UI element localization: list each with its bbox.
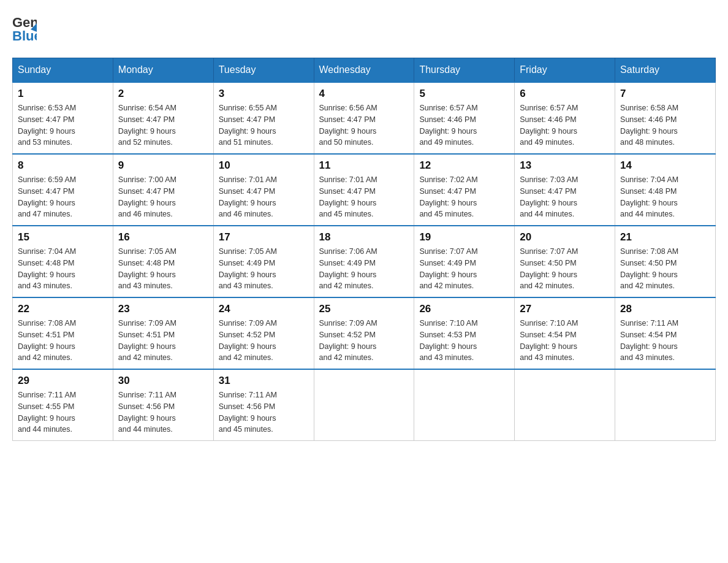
- page-header: General Blue: [12, 12, 716, 45]
- day-cell: 25 Sunrise: 7:09 AM Sunset: 4:52 PM Dayl…: [314, 297, 414, 369]
- day-number: 1: [18, 88, 108, 100]
- day-info: Sunrise: 7:11 AM Sunset: 4:54 PM Dayligh…: [620, 318, 710, 364]
- col-wednesday: Wednesday: [314, 58, 414, 83]
- day-cell: 24 Sunrise: 7:09 AM Sunset: 4:52 PM Dayl…: [213, 297, 314, 369]
- day-cell: 18 Sunrise: 7:06 AM Sunset: 4:49 PM Dayl…: [314, 226, 414, 297]
- day-info: Sunrise: 6:57 AM Sunset: 4:46 PM Dayligh…: [419, 102, 509, 148]
- day-number: 21: [620, 231, 710, 243]
- day-cell: 7 Sunrise: 6:58 AM Sunset: 4:46 PM Dayli…: [615, 82, 716, 154]
- day-number: 14: [620, 159, 710, 172]
- col-friday: Friday: [515, 58, 615, 83]
- day-cell: [414, 369, 515, 441]
- calendar-body: 1 Sunrise: 6:53 AM Sunset: 4:47 PM Dayli…: [13, 82, 716, 441]
- day-info: Sunrise: 6:57 AM Sunset: 4:46 PM Dayligh…: [520, 102, 610, 148]
- day-cell: 2 Sunrise: 6:54 AM Sunset: 4:47 PM Dayli…: [113, 82, 213, 154]
- day-info: Sunrise: 7:05 AM Sunset: 4:49 PM Dayligh…: [219, 246, 309, 292]
- day-number: 2: [118, 88, 208, 100]
- day-number: 22: [18, 303, 108, 315]
- day-cell: [515, 369, 615, 441]
- logo-mark: General Blue: [12, 12, 37, 45]
- day-cell: 16 Sunrise: 7:05 AM Sunset: 4:48 PM Dayl…: [113, 226, 213, 297]
- day-info: Sunrise: 6:59 AM Sunset: 4:47 PM Dayligh…: [18, 174, 108, 220]
- day-cell: 10 Sunrise: 7:01 AM Sunset: 4:47 PM Dayl…: [213, 154, 314, 226]
- col-saturday: Saturday: [615, 58, 716, 83]
- day-cell: 5 Sunrise: 6:57 AM Sunset: 4:46 PM Dayli…: [414, 82, 515, 154]
- day-number: 12: [419, 159, 509, 172]
- week-row-5: 29 Sunrise: 7:11 AM Sunset: 4:55 PM Dayl…: [13, 369, 716, 441]
- day-cell: 12 Sunrise: 7:02 AM Sunset: 4:47 PM Dayl…: [414, 154, 515, 226]
- day-cell: 22 Sunrise: 7:08 AM Sunset: 4:51 PM Dayl…: [13, 297, 113, 369]
- day-cell: 21 Sunrise: 7:08 AM Sunset: 4:50 PM Dayl…: [615, 226, 716, 297]
- day-info: Sunrise: 7:07 AM Sunset: 4:50 PM Dayligh…: [520, 246, 610, 292]
- day-info: Sunrise: 7:11 AM Sunset: 4:56 PM Dayligh…: [219, 389, 309, 435]
- day-number: 24: [219, 303, 309, 315]
- days-of-week-row: Sunday Monday Tuesday Wednesday Thursday…: [13, 58, 716, 83]
- day-cell: 28 Sunrise: 7:11 AM Sunset: 4:54 PM Dayl…: [615, 297, 716, 369]
- day-number: 3: [219, 88, 309, 100]
- day-info: Sunrise: 7:09 AM Sunset: 4:52 PM Dayligh…: [219, 318, 309, 364]
- day-number: 27: [520, 303, 610, 315]
- day-number: 4: [319, 88, 409, 100]
- day-number: 26: [419, 303, 509, 315]
- day-info: Sunrise: 7:10 AM Sunset: 4:54 PM Dayligh…: [520, 318, 610, 364]
- day-cell: 19 Sunrise: 7:07 AM Sunset: 4:49 PM Dayl…: [414, 226, 515, 297]
- col-thursday: Thursday: [414, 58, 515, 83]
- day-number: 6: [520, 88, 610, 100]
- day-number: 11: [319, 159, 409, 172]
- day-cell: 17 Sunrise: 7:05 AM Sunset: 4:49 PM Dayl…: [213, 226, 314, 297]
- day-cell: 26 Sunrise: 7:10 AM Sunset: 4:53 PM Dayl…: [414, 297, 515, 369]
- day-cell: 23 Sunrise: 7:09 AM Sunset: 4:51 PM Dayl…: [113, 297, 213, 369]
- day-number: 19: [419, 231, 509, 243]
- week-row-3: 15 Sunrise: 7:04 AM Sunset: 4:48 PM Dayl…: [13, 226, 716, 297]
- day-info: Sunrise: 7:00 AM Sunset: 4:47 PM Dayligh…: [118, 174, 208, 220]
- day-number: 23: [118, 303, 208, 315]
- day-number: 9: [118, 159, 208, 172]
- day-info: Sunrise: 6:53 AM Sunset: 4:47 PM Dayligh…: [18, 102, 108, 148]
- day-info: Sunrise: 7:10 AM Sunset: 4:53 PM Dayligh…: [419, 318, 509, 364]
- day-cell: [615, 369, 716, 441]
- day-cell: 4 Sunrise: 6:56 AM Sunset: 4:47 PM Dayli…: [314, 82, 414, 154]
- week-row-1: 1 Sunrise: 6:53 AM Sunset: 4:47 PM Dayli…: [13, 82, 716, 154]
- col-tuesday: Tuesday: [213, 58, 314, 83]
- day-cell: 30 Sunrise: 7:11 AM Sunset: 4:56 PM Dayl…: [113, 369, 213, 441]
- day-number: 29: [18, 375, 108, 387]
- day-number: 8: [18, 159, 108, 172]
- day-info: Sunrise: 7:01 AM Sunset: 4:47 PM Dayligh…: [219, 174, 309, 220]
- day-info: Sunrise: 6:58 AM Sunset: 4:46 PM Dayligh…: [620, 102, 710, 148]
- day-number: 17: [219, 231, 309, 243]
- day-info: Sunrise: 7:02 AM Sunset: 4:47 PM Dayligh…: [419, 174, 509, 220]
- day-info: Sunrise: 7:08 AM Sunset: 4:51 PM Dayligh…: [18, 318, 108, 364]
- day-cell: 15 Sunrise: 7:04 AM Sunset: 4:48 PM Dayl…: [13, 226, 113, 297]
- day-cell: 27 Sunrise: 7:10 AM Sunset: 4:54 PM Dayl…: [515, 297, 615, 369]
- day-number: 15: [18, 231, 108, 243]
- day-number: 28: [620, 303, 710, 315]
- day-info: Sunrise: 7:04 AM Sunset: 4:48 PM Dayligh…: [18, 246, 108, 292]
- col-sunday: Sunday: [13, 58, 113, 83]
- day-number: 5: [419, 88, 509, 100]
- day-info: Sunrise: 7:04 AM Sunset: 4:48 PM Dayligh…: [620, 174, 710, 220]
- day-number: 31: [219, 375, 309, 387]
- day-number: 13: [520, 159, 610, 172]
- day-cell: 11 Sunrise: 7:01 AM Sunset: 4:47 PM Dayl…: [314, 154, 414, 226]
- day-number: 18: [319, 231, 409, 243]
- calendar-header: Sunday Monday Tuesday Wednesday Thursday…: [13, 58, 716, 83]
- day-number: 20: [520, 231, 610, 243]
- week-row-2: 8 Sunrise: 6:59 AM Sunset: 4:47 PM Dayli…: [13, 154, 716, 226]
- day-info: Sunrise: 7:07 AM Sunset: 4:49 PM Dayligh…: [419, 246, 509, 292]
- day-number: 25: [319, 303, 409, 315]
- svg-text:Blue: Blue: [12, 28, 37, 43]
- day-cell: 29 Sunrise: 7:11 AM Sunset: 4:55 PM Dayl…: [13, 369, 113, 441]
- logo: General Blue: [12, 12, 37, 45]
- day-info: Sunrise: 7:11 AM Sunset: 4:55 PM Dayligh…: [18, 389, 108, 435]
- week-row-4: 22 Sunrise: 7:08 AM Sunset: 4:51 PM Dayl…: [13, 297, 716, 369]
- day-info: Sunrise: 7:06 AM Sunset: 4:49 PM Dayligh…: [319, 246, 409, 292]
- day-cell: 9 Sunrise: 7:00 AM Sunset: 4:47 PM Dayli…: [113, 154, 213, 226]
- day-info: Sunrise: 7:08 AM Sunset: 4:50 PM Dayligh…: [620, 246, 710, 292]
- day-cell: 1 Sunrise: 6:53 AM Sunset: 4:47 PM Dayli…: [13, 82, 113, 154]
- day-cell: [314, 369, 414, 441]
- day-info: Sunrise: 7:01 AM Sunset: 4:47 PM Dayligh…: [319, 174, 409, 220]
- day-info: Sunrise: 7:09 AM Sunset: 4:52 PM Dayligh…: [319, 318, 409, 364]
- col-monday: Monday: [113, 58, 213, 83]
- day-info: Sunrise: 7:03 AM Sunset: 4:47 PM Dayligh…: [520, 174, 610, 220]
- day-cell: 8 Sunrise: 6:59 AM Sunset: 4:47 PM Dayli…: [13, 154, 113, 226]
